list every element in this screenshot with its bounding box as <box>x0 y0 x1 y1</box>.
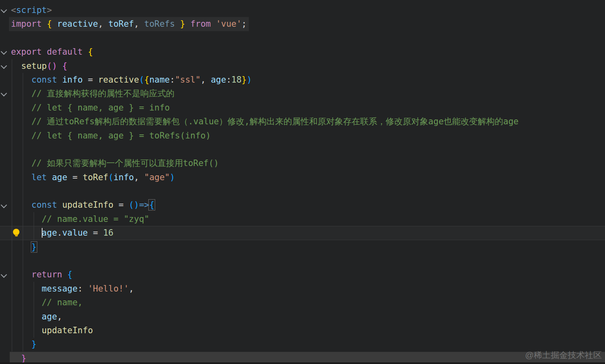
code-line[interactable]: // name, <box>0 296 605 309</box>
code-token <box>57 61 62 71</box>
code-token: const <box>32 75 57 85</box>
code-token <box>11 200 32 210</box>
code-token: updateInfo <box>62 200 113 210</box>
code-token <box>47 172 52 182</box>
code-token: // let { name, age } = toRefs(info) <box>32 131 211 140</box>
code-token <box>211 19 216 29</box>
code-line[interactable]: // let { name, age } = info <box>0 101 605 115</box>
code-token <box>11 312 42 321</box>
code-token: let <box>32 172 47 182</box>
code-token: // name.value = "zyq" <box>42 214 150 224</box>
code-line[interactable]: export default { <box>0 45 605 59</box>
code-line[interactable]: age, <box>0 310 605 324</box>
code-token: , <box>201 75 211 85</box>
code-line[interactable]: const info = reactive({name:"ssl", age:1… <box>0 73 605 87</box>
code-line[interactable]: setup() { <box>0 59 605 73</box>
code-token: () <box>129 200 139 210</box>
code-token: toRef <box>83 172 108 182</box>
code-token: age <box>211 75 226 85</box>
code-token: ) <box>247 75 252 85</box>
code-token: 'Hello!' <box>88 284 129 294</box>
code-token: } <box>21 353 26 363</box>
code-editor[interactable]: <script>import { reactive, toRef, toRefs… <box>0 0 605 364</box>
code-token: "age" <box>144 172 170 182</box>
code-line[interactable]: <script> <box>0 3 605 17</box>
code-token: { <box>67 270 73 279</box>
code-line[interactable]: } <box>0 337 605 351</box>
code-token: from <box>190 19 211 29</box>
code-token: { <box>62 61 67 71</box>
code-token: { <box>47 19 52 29</box>
code-line[interactable] <box>0 184 605 198</box>
code-line[interactable]: // name.value = "zyq" <box>0 212 605 226</box>
code-line[interactable]: // 直接解构获得的属性不是响应式的 <box>0 87 605 100</box>
code-token: , <box>57 312 62 321</box>
code-line[interactable] <box>0 143 605 156</box>
code-line[interactable]: // let { name, age } = toRefs(info) <box>0 129 605 143</box>
code-token: 'vue' <box>216 19 242 29</box>
code-token: { <box>149 200 154 210</box>
code-token: script <box>16 5 47 15</box>
code-token: default <box>47 47 83 57</box>
code-token <box>62 270 67 279</box>
code-token: name <box>149 75 170 85</box>
watermark: @稀土掘金技术社区 <box>525 349 602 361</box>
code-token: 18 <box>231 75 242 85</box>
code-token: } <box>180 19 185 29</box>
code-token <box>11 158 32 168</box>
code-token: = <box>67 172 83 182</box>
code-token: updateInfo <box>42 326 93 335</box>
code-token: > <box>47 5 52 15</box>
code-token: // name, <box>42 298 83 307</box>
code-token: age <box>52 172 67 182</box>
code-token <box>11 117 32 126</box>
code-token: 16 <box>103 228 113 238</box>
code-token <box>83 47 88 57</box>
code-line[interactable]: updateInfo <box>0 324 605 337</box>
code-line[interactable]: } <box>0 240 605 254</box>
code-token <box>42 19 47 29</box>
code-token <box>57 200 62 210</box>
code-token <box>11 326 42 335</box>
code-line[interactable] <box>0 254 605 268</box>
code-token: = <box>113 200 129 210</box>
code-token <box>11 298 42 307</box>
code-token <box>52 19 57 29</box>
code-token: () <box>47 61 57 71</box>
code-line[interactable]: let age = toRef(info, "age") <box>0 170 605 184</box>
code-token: , <box>98 19 108 29</box>
code-token: value <box>62 228 88 238</box>
code-token: "ssl" <box>175 75 201 85</box>
code-line[interactable]: // 通过toRefs解构后的数据需要解包（.value）修改,解构出来的属性和… <box>0 115 605 128</box>
code-line[interactable]: const updateInfo = ()=>{ <box>0 198 605 212</box>
code-token <box>42 47 47 57</box>
code-line[interactable]: age.value = 16 <box>0 226 605 240</box>
code-token <box>11 103 32 113</box>
code-line[interactable] <box>0 31 605 45</box>
code-area[interactable]: <script>import { reactive, toRef, toRefs… <box>0 3 605 364</box>
code-token: } <box>32 242 37 252</box>
code-token <box>185 19 190 29</box>
code-token: ; <box>242 19 247 29</box>
code-token: , <box>129 284 134 294</box>
code-line[interactable]: return { <box>0 268 605 281</box>
code-token: . <box>57 228 62 238</box>
code-token: ( <box>139 75 144 85</box>
code-token: } <box>242 75 247 85</box>
code-token: setup <box>21 61 47 71</box>
code-token: age <box>42 312 57 321</box>
code-token <box>11 270 32 279</box>
code-token: { <box>88 47 93 57</box>
code-token: // 通过toRefs解构后的数据需要解包（.value）修改,解构出来的属性和… <box>32 117 519 126</box>
code-token: < <box>11 5 16 15</box>
code-token: reactive <box>57 19 98 29</box>
code-line[interactable]: import { reactive, toRef, toRefs } from … <box>0 17 605 31</box>
code-token <box>11 131 32 140</box>
code-line[interactable]: message: 'Hello!', <box>0 282 605 296</box>
code-token: ( <box>108 172 113 182</box>
code-token: // 直接解构获得的属性不是响应式的 <box>32 89 175 98</box>
code-token: toRef <box>108 19 134 29</box>
code-token: { <box>144 75 150 85</box>
code-line[interactable]: // 如果只需要解构一个属性可以直接用toRef() <box>0 156 605 170</box>
code-token <box>175 19 180 29</box>
